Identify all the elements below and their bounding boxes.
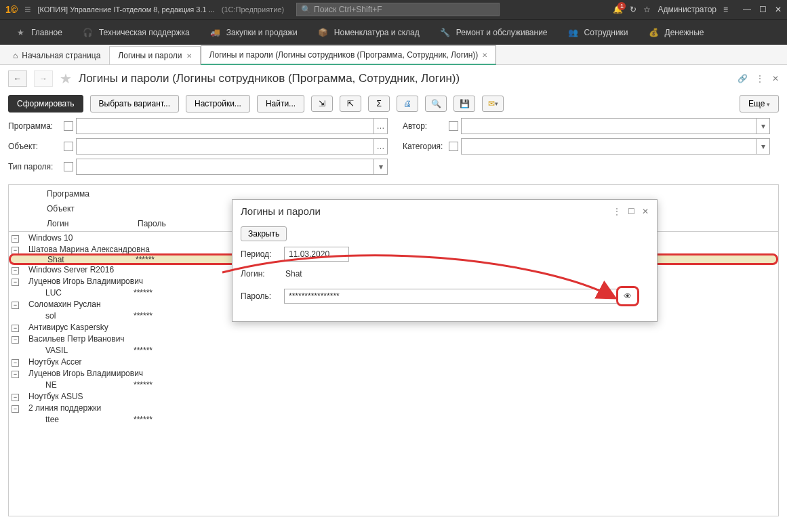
tree-toggle-icon[interactable]: − [12,405,19,413]
notification-badge: 1 [618,2,626,10]
filter-passtype-input[interactable]: ▾ [76,159,388,175]
program-name: Windows 10 [26,232,75,244]
kebab-icon[interactable]: ⋮ [756,74,764,83]
settings-button[interactable]: Настройки... [186,95,250,112]
menu-icon[interactable]: ≡ [723,5,728,14]
search-placeholder: Поиск Ctrl+Shift+F [314,5,382,14]
close-page-icon[interactable]: ✕ [772,74,779,83]
popup-pass-label: Пароль: [241,291,279,301]
menu-repair[interactable]: 🔧Ремонт и обслуживание [432,20,556,45]
tree-row[interactable]: ttee****** [9,413,778,425]
ellipsis-icon[interactable]: … [374,139,387,154]
filter-author-check[interactable] [449,121,458,131]
menu-money[interactable]: 💰Денежные [641,20,712,45]
menu-stock[interactable]: 📦Номенклатура и склад [310,20,428,45]
popup-period-value[interactable]: 11.03.2020 [284,247,349,262]
col-program: Программа [12,188,775,200]
tree-row[interactable]: −Луценов Игорь Владимирович [9,367,778,379]
tab-logins[interactable]: Логины и пароли✕ [109,46,200,64]
minimize-icon[interactable]: — [743,5,751,14]
dropdown-icon[interactable]: ▾ [756,119,769,134]
tree-toggle-icon[interactable]: − [12,359,19,367]
tree-row[interactable]: VASIL****** [9,344,778,356]
tree-row[interactable]: −Ноутбук ASUS [9,390,778,402]
login-cell: Shat [45,253,133,266]
tree-row[interactable]: −Васильев Петр Иванович [9,333,778,344]
tree-toggle-icon[interactable]: − [12,371,19,378]
tab-close-icon[interactable]: ✕ [482,52,487,59]
tree-toggle-icon[interactable]: − [12,394,19,401]
find-button[interactable]: Найти... [257,95,304,112]
filter-passtype-label: Тип пароля: [8,162,61,171]
generate-button[interactable]: Сформировать [8,95,83,112]
tree-row[interactable]: −Антивирус Kaspersky [9,321,778,333]
filter-object-check[interactable] [64,142,73,151]
tree-row[interactable]: −2 линия поддержки [9,402,778,413]
sum-button[interactable]: Σ [368,96,390,112]
back-button[interactable]: ← [8,70,27,87]
filter-category-input[interactable]: ▾ [461,138,770,155]
expand-groups-button[interactable]: ⇲ [311,96,333,112]
tree-toggle-icon[interactable]: − [12,267,19,274]
more-button[interactable]: Еще [740,95,779,112]
variant-button[interactable]: Выбрать вариант... [90,95,179,112]
page-title: Логины и пароли (Логины сотрудников (Про… [79,72,460,85]
menu-purchases-label: Закупки и продажи [226,28,298,37]
favorite-star-icon[interactable]: ★ [60,70,72,87]
user-label[interactable]: Администратор [658,5,717,14]
search-input[interactable]: 🔍 Поиск Ctrl+Shift+F [296,3,500,16]
tab-close-icon[interactable]: ✕ [186,52,192,60]
tab-home-label: Начальная страница [22,51,100,60]
wrench-icon: 🔧 [440,27,451,38]
tab-logins-report[interactable]: Логины и пароли (Логины сотрудников (Про… [201,45,497,65]
forward-button[interactable]: → [34,70,53,87]
menu-repair-label: Ремонт и обслуживание [456,28,548,37]
collapse-groups-button[interactable]: ⇱ [340,96,361,112]
tab-home[interactable]: ⌂Начальная страница [4,46,109,64]
tree-toggle-icon[interactable]: − [12,235,19,243]
popup-close-button[interactable]: Закрыть [241,226,287,241]
menu-employees[interactable]: 👥Сотрудники [560,20,637,45]
filter-program-input[interactable]: … [76,118,388,134]
kebab-icon[interactable]: ⋮ [613,207,621,216]
sigma-icon: Σ [376,99,381,108]
tree-toggle-icon[interactable]: − [12,336,19,344]
tree-toggle-icon[interactable]: − [12,279,19,286]
preview-button[interactable]: 🔍 [425,96,447,112]
notification-bell-icon[interactable]: 🔔1 [613,5,623,14]
tree-toggle-icon[interactable]: − [12,302,19,309]
menu-support[interactable]: 🎧Техническая поддержка [75,20,198,45]
users-icon: 👥 [568,27,579,38]
tree-toggle-icon[interactable]: − [12,247,19,254]
save-button[interactable]: 💾 [453,96,475,112]
favorite-icon[interactable]: ☆ [643,5,651,14]
dropdown-icon[interactable]: ▾ [374,159,387,174]
link-icon[interactable]: 🔗 [738,74,748,83]
filter-object-input[interactable]: … [76,138,388,155]
filter-program-check[interactable] [64,121,73,131]
email-button[interactable]: ✉ [482,96,504,112]
filter-passtype-check[interactable] [64,162,73,171]
menu-purchases[interactable]: 🚚Закупки и продажи [202,20,306,45]
maximize-icon[interactable]: ☐ [628,207,635,216]
app-subtitle: (1С:Предприятие) [222,5,284,14]
toolbar: Сформировать Выбрать вариант... Настройк… [0,92,787,115]
password-cell: ****** [131,344,219,356]
tree-toggle-icon[interactable]: − [12,325,19,332]
tree-row[interactable]: NE****** [9,379,778,390]
ellipsis-icon[interactable]: … [374,119,387,134]
history-icon[interactable]: ↻ [630,5,637,14]
filter-category-check[interactable] [449,142,458,151]
dropdown-icon[interactable]: ▾ [756,139,769,154]
hamburger-icon[interactable]: ≡ [24,3,31,16]
filter-author-input[interactable]: ▾ [461,118,770,134]
close-icon[interactable]: ✕ [775,5,782,14]
popup-pass-value[interactable]: **************** [284,289,619,304]
menu-main[interactable]: ★Главное [7,20,70,45]
print-button[interactable]: 🖨 [397,96,418,112]
maximize-icon[interactable]: ☐ [759,5,767,14]
close-icon[interactable]: ✕ [642,207,649,216]
object-name: Соломахин Руслан [26,298,104,310]
tree-row[interactable]: −Ноутбук Accer [9,356,778,367]
show-password-button[interactable]: 👁 [616,286,639,306]
